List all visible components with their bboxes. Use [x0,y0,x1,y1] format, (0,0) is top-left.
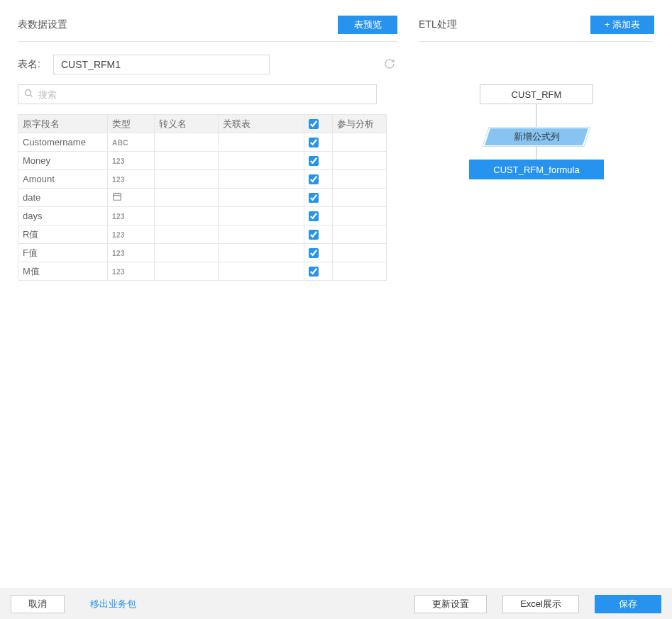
tablename-label: 表名: [18,58,46,71]
refresh-icon[interactable] [383,58,396,72]
table-row: CustomernameABC [18,133,387,152]
cell-field-name: Money [18,152,108,170]
table-row: Amount123 [18,170,387,189]
add-table-button[interactable]: + 添加表 [590,16,654,34]
svg-line-1 [30,95,32,97]
cell-field-type: 123 [107,207,154,225]
cell-alias[interactable] [154,225,218,244]
cell-field-name: F值 [18,244,108,262]
cell-analysis [333,170,387,189]
cell-relation[interactable] [218,152,304,170]
analysis-checkbox[interactable] [309,156,319,166]
cell-checkbox [304,152,333,170]
analysis-checkbox[interactable] [309,174,319,184]
number-type-icon: 123 [112,231,125,239]
analysis-checkbox[interactable] [309,138,319,147]
column-header-alias: 转义名 [154,115,218,133]
cell-analysis [333,189,387,207]
refresh-config-button[interactable]: 更新设置 [414,595,487,613]
etl-node-result-table[interactable]: CUST_RFM_formula [469,160,604,179]
cell-checkbox [304,207,333,225]
cell-field-name: days [18,207,108,225]
cell-relation[interactable] [218,170,304,189]
etl-flow-area: CUST_RFM 新增公式列 CUST_RFM_formula [419,84,654,297]
cell-field-name: Amount [18,170,108,189]
cell-field-type: 123 [107,244,154,262]
text-type-icon: ABC [112,139,128,147]
analysis-checkbox[interactable] [309,248,319,258]
cell-field-name: R值 [18,225,108,244]
number-type-icon: 123 [112,268,125,276]
cell-alias[interactable] [154,262,218,281]
cell-field-type: 123 [107,170,154,189]
cell-relation[interactable] [218,133,304,152]
cell-field-type: 123 [107,152,154,170]
column-header-name: 原字段名 [18,115,108,133]
etl-node-source-table[interactable]: CUST_RFM [480,84,593,104]
cell-analysis [333,207,387,225]
cell-field-name: date [18,189,108,207]
cancel-button[interactable]: 取消 [11,595,65,613]
analysis-checkbox[interactable] [309,193,319,203]
cell-analysis [333,244,387,262]
cell-analysis [333,152,387,170]
cell-relation[interactable] [218,262,304,281]
cell-alias[interactable] [154,189,218,207]
cell-alias[interactable] [154,152,218,170]
cell-alias[interactable] [154,133,218,152]
cell-field-name: Customername [18,133,108,152]
cell-relation[interactable] [218,244,304,262]
fields-table: 原字段名 类型 转义名 关联表 参与分析 CustomernameABCMone… [18,114,387,281]
cell-relation[interactable] [218,207,304,225]
column-header-type: 类型 [107,115,154,133]
cell-checkbox [304,262,333,281]
cell-field-type [107,189,154,207]
column-header-analysis: 参与分析 [333,115,387,133]
analysis-checkbox[interactable] [309,230,319,240]
number-type-icon: 123 [112,157,125,165]
save-button[interactable]: 保存 [595,595,661,613]
cell-analysis [333,262,387,281]
cell-relation[interactable] [218,189,304,207]
cell-alias[interactable] [154,207,218,225]
cell-checkbox [304,189,333,207]
excel-export-button[interactable]: Excel展示 [502,595,579,613]
cell-field-type: 123 [107,225,154,244]
select-all-checkbox[interactable] [309,119,319,129]
cell-analysis [333,225,387,244]
left-panel-title: 表数据设置 [18,18,67,31]
column-header-rel: 关联表 [218,115,304,133]
table-row: days123 [18,207,387,225]
table-row: Money123 [18,152,387,170]
column-header-check [304,115,333,133]
preview-button[interactable]: 表预览 [338,16,397,34]
cell-relation[interactable] [218,225,304,244]
cell-field-type: ABC [107,133,154,152]
svg-rect-2 [114,194,121,200]
cell-field-type: 123 [107,262,154,281]
cell-field-name: M值 [18,262,108,281]
etl-node-formula[interactable]: 新增公式列 [485,128,588,145]
cell-alias[interactable] [154,170,218,189]
cell-checkbox [304,244,333,262]
cell-alias[interactable] [154,244,218,262]
cell-analysis [333,133,387,152]
search-icon [18,88,38,101]
table-row: M值123 [18,262,387,281]
analysis-checkbox[interactable] [309,211,319,221]
table-row: R值123 [18,225,387,244]
right-panel-title: ETL处理 [419,18,457,31]
etl-connector-line [536,147,537,160]
analysis-checkbox[interactable] [309,267,319,277]
cell-checkbox [304,170,333,189]
search-input[interactable] [38,86,376,103]
etl-connector-line [536,104,537,127]
tablename-input[interactable] [53,55,270,74]
footer-bar: 取消 移出业务包 更新设置 Excel展示 保存 [0,589,672,619]
cell-checkbox [304,133,333,152]
moveout-link[interactable]: 移出业务包 [90,598,136,610]
svg-point-0 [25,90,31,96]
number-type-icon: 123 [112,176,125,184]
cell-checkbox [304,225,333,244]
number-type-icon: 123 [112,213,125,221]
